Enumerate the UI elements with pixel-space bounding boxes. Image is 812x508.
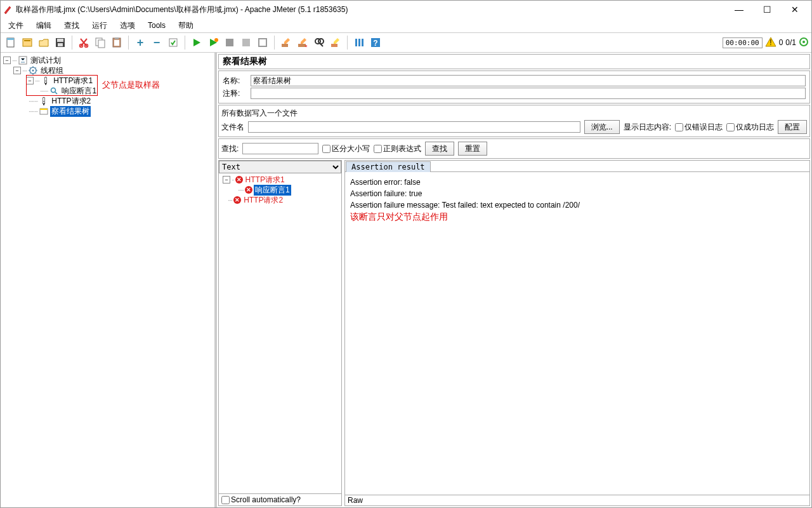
svg-rect-37 bbox=[40, 109, 48, 110]
thread-ratio: 0/1 bbox=[785, 38, 796, 47]
copy-icon[interactable] bbox=[93, 35, 108, 50]
remote-stop-icon[interactable] bbox=[255, 35, 270, 50]
maximize-button[interactable]: ☐ bbox=[753, 1, 781, 18]
testplan-icon bbox=[18, 55, 28, 65]
toggle-icon[interactable] bbox=[166, 35, 181, 50]
sampler-icon: 🖊 bbox=[39, 96, 49, 106]
search-input[interactable] bbox=[242, 143, 318, 154]
svg-rect-3 bbox=[24, 40, 30, 41]
tree-node-threadgroup[interactable]: 线程组 bbox=[39, 65, 65, 76]
annotation-box bbox=[26, 75, 98, 96]
configure-button[interactable]: 配置 bbox=[778, 120, 807, 134]
svg-text:!: ! bbox=[769, 38, 771, 47]
logshow-label: 显示日志内容: bbox=[624, 122, 671, 133]
assertion-result-body: Assertion error: false Assertion failure… bbox=[345, 172, 809, 495]
stop-icon[interactable] bbox=[222, 35, 237, 50]
results-tree[interactable]: − ·· ✕ HTTP请求1 ····· ✕ 响应断言1 ···· ✕ HTTP… bbox=[219, 173, 341, 493]
svg-rect-24 bbox=[355, 39, 357, 46]
minimize-button[interactable]: — bbox=[725, 1, 753, 18]
render-select[interactable]: Text bbox=[219, 161, 341, 173]
menu-edit[interactable]: 编辑 bbox=[31, 19, 56, 32]
filename-input[interactable] bbox=[248, 121, 580, 133]
svg-rect-23 bbox=[331, 44, 337, 47]
expand-icon[interactable]: + bbox=[133, 35, 148, 50]
error-icon: ✕ bbox=[235, 176, 243, 184]
browse-button[interactable]: 浏览... bbox=[584, 120, 620, 134]
clear-all-icon[interactable] bbox=[295, 35, 310, 50]
menu-options[interactable]: 选项 bbox=[115, 19, 140, 32]
element-editor: 察看结果树 名称: 注释: 所有数据写入一个文件 文件名 浏览... 显示日志内… bbox=[216, 53, 811, 507]
result-node-req2[interactable]: HTTP请求2 bbox=[242, 195, 284, 206]
start-icon[interactable] bbox=[189, 35, 204, 50]
search-label: 查找: bbox=[221, 144, 239, 154]
svg-rect-26 bbox=[362, 39, 363, 46]
clear-icon[interactable] bbox=[278, 35, 294, 50]
toggle-icon[interactable]: − bbox=[3, 57, 11, 64]
jmeter-icon bbox=[3, 5, 12, 14]
menu-search[interactable]: 查找 bbox=[59, 19, 84, 32]
templates-icon[interactable] bbox=[20, 35, 35, 50]
regex-checkbox[interactable]: 正则表达式 bbox=[374, 144, 421, 154]
file-group-title: 所有数据写入一个文件 bbox=[221, 108, 807, 119]
svg-rect-6 bbox=[58, 43, 63, 46]
toolbar: + − ? 00:00:00 ! 0 0/1 bbox=[1, 32, 811, 53]
menu-tools[interactable]: Tools bbox=[143, 20, 171, 31]
shutdown-icon[interactable] bbox=[239, 35, 254, 50]
new-icon[interactable] bbox=[3, 35, 18, 50]
search-icon[interactable] bbox=[311, 35, 327, 50]
name-label: 名称: bbox=[223, 76, 251, 86]
case-checkbox[interactable]: 区分大小写 bbox=[322, 144, 370, 154]
tree-node-testplan[interactable]: 测试计划 bbox=[29, 55, 62, 66]
assertion-annotation: 该断言只对父节点起作用 bbox=[350, 212, 448, 222]
paste-icon[interactable] bbox=[109, 35, 124, 50]
collapse-icon[interactable]: − bbox=[149, 35, 164, 50]
search-button[interactable]: 查找 bbox=[425, 142, 454, 156]
elapsed-time: 00:00:00 bbox=[723, 37, 763, 48]
comment-input[interactable] bbox=[251, 88, 806, 99]
start-notimers-icon[interactable] bbox=[206, 35, 221, 50]
svg-point-15 bbox=[214, 38, 218, 42]
toggle-icon[interactable]: − bbox=[223, 176, 230, 184]
menu-help[interactable]: 帮助 bbox=[173, 19, 199, 32]
reset-search-icon[interactable] bbox=[328, 35, 343, 50]
successes-only-checkbox[interactable]: 仅成功日志 bbox=[726, 122, 774, 133]
svg-rect-19 bbox=[282, 44, 288, 47]
menu-bar: 文件 编辑 查找 运行 选项 Tools 帮助 bbox=[1, 18, 811, 32]
svg-rect-12 bbox=[115, 37, 119, 39]
svg-rect-25 bbox=[358, 39, 360, 46]
tab-assertion-result[interactable]: Assertion result bbox=[346, 161, 431, 172]
warning-icon[interactable]: ! bbox=[765, 36, 776, 50]
tree-node-viewresults[interactable]: 察看结果树 bbox=[50, 106, 91, 117]
save-icon[interactable] bbox=[53, 35, 68, 50]
menu-file[interactable]: 文件 bbox=[3, 19, 29, 32]
help-icon[interactable]: ? bbox=[368, 35, 383, 50]
cut-icon[interactable] bbox=[76, 35, 91, 50]
toggle-icon[interactable]: − bbox=[13, 67, 21, 74]
result-node-assertion[interactable]: 响应断言1 bbox=[254, 185, 291, 196]
open-icon[interactable] bbox=[36, 35, 51, 50]
svg-text:?: ? bbox=[373, 39, 377, 48]
errors-only-checkbox[interactable]: 仅错误日志 bbox=[675, 122, 723, 133]
raw-label[interactable]: Raw bbox=[348, 496, 363, 505]
svg-rect-16 bbox=[226, 39, 233, 46]
error-count: 0 bbox=[779, 38, 783, 47]
svg-rect-13 bbox=[114, 40, 119, 46]
threads-indicator-icon bbox=[799, 37, 809, 49]
function-helper-icon[interactable] bbox=[351, 35, 367, 50]
svg-rect-20 bbox=[298, 44, 306, 47]
svg-rect-1 bbox=[7, 38, 14, 40]
filename-label: 文件名 bbox=[221, 122, 244, 133]
svg-point-34 bbox=[32, 70, 34, 72]
name-input[interactable] bbox=[251, 75, 806, 86]
close-button[interactable]: ✕ bbox=[781, 1, 809, 18]
scroll-auto-checkbox[interactable]: Scroll automatically? bbox=[221, 495, 301, 504]
error-icon: ✕ bbox=[233, 196, 241, 204]
result-node-req1[interactable]: HTTP请求1 bbox=[244, 175, 286, 185]
reset-button[interactable]: 重置 bbox=[458, 142, 487, 156]
test-plan-tree[interactable]: − ···· 测试计划 − ···· 线程组 − ···· 🖊 HTTP请求1 … bbox=[1, 53, 216, 507]
tree-node-req2[interactable]: HTTP请求2 bbox=[50, 96, 92, 107]
panel-title: 察看结果树 bbox=[218, 54, 810, 69]
svg-rect-18 bbox=[259, 39, 266, 46]
menu-run[interactable]: 运行 bbox=[87, 19, 112, 32]
error-icon: ✕ bbox=[245, 186, 252, 194]
